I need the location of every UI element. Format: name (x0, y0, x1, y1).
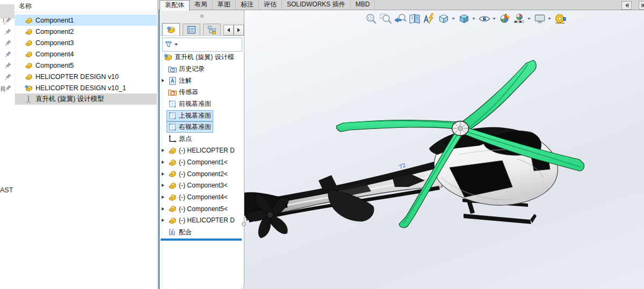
previous-view-icon[interactable] (393, 11, 407, 26)
collapse-panel-left-icon[interactable] (621, 1, 632, 10)
pushpin-icon[interactable] (5, 84, 12, 91)
featuremanager-tree-tab[interactable] (162, 23, 180, 35)
list-item[interactable]: HELICOPTER DESIGN v10_1 (15, 82, 157, 93)
component-part-icon (24, 73, 33, 81)
tree-item-mates[interactable]: 配合 (160, 226, 244, 238)
tree-item-label: 上视基准面 (179, 111, 211, 120)
hide-show-items-dropdown-icon[interactable] (491, 11, 496, 26)
main-rotor-hub[interactable] (452, 121, 469, 136)
view-settings-icon[interactable] (532, 11, 547, 26)
component-part-icon (24, 61, 33, 70)
list-item[interactable]: Component4 (15, 48, 157, 60)
apply-scene-dropdown-icon[interactable] (526, 11, 531, 26)
filter-dropdown-icon[interactable] (175, 44, 178, 46)
zoom-to-fit-icon[interactable] (364, 11, 378, 26)
list-header-name: 名称 (19, 2, 32, 11)
tab-evaluate[interactable]: 评估 (259, 0, 282, 10)
tree-item-component[interactable]: (-) Component4< (160, 191, 244, 203)
component-part-icon (168, 158, 177, 167)
mates-paperclip-icon (168, 228, 177, 237)
tree-item-origin[interactable]: 原点 (160, 133, 244, 145)
expand-arrow-icon[interactable] (160, 149, 167, 152)
tree-item-component[interactable]: (-) Component5< (160, 203, 244, 215)
tree-item-label: 原点 (179, 134, 192, 143)
list-item[interactable]: 直升机 (旋翼) 设计模型 (15, 93, 157, 105)
tree-item-label: (-) Component4< (179, 193, 228, 201)
edit-appearance-icon[interactable] (497, 11, 512, 26)
list-item-label: Component5 (35, 62, 74, 69)
tab-scroll-left-icon[interactable] (223, 25, 234, 35)
rollback-bar[interactable] (161, 239, 242, 241)
tree-item-label: 历史记录 (179, 64, 205, 74)
panel-resize-handle[interactable] (242, 222, 246, 226)
zoom-to-area-icon[interactable] (378, 11, 393, 26)
registration-marking: 72 (398, 162, 407, 170)
component-list-panel: 名称 刂 肖 AST Component1 Component2 Compone… (0, 0, 158, 289)
pushpin-icon[interactable] (5, 73, 12, 80)
expand-arrow-icon[interactable] (160, 184, 167, 187)
tree-item-component[interactable]: (-) HELICOPTER D (160, 145, 244, 157)
tree-item-label: (-) Component5< (179, 205, 228, 213)
tab-solidworks-addins[interactable]: SOLIDWORKS 插件 (282, 0, 351, 10)
list-item[interactable]: Component5 (15, 60, 157, 71)
expand-arrow-icon[interactable] (160, 207, 167, 211)
measure-icon[interactable] (553, 11, 567, 26)
configurationmanager-tab[interactable] (203, 24, 221, 35)
tab-scroll-right-icon[interactable] (234, 25, 244, 35)
hide-show-items-icon[interactable] (477, 11, 491, 26)
tree-item-component[interactable]: (-) Component1< (160, 156, 244, 168)
tree-item-top-plane[interactable]: 上视基准面 (160, 110, 244, 121)
tree-item-sensors[interactable]: 传感器 (160, 86, 244, 98)
ribbon-pin-dot-icon[interactable] (200, 15, 204, 18)
expand-arrow-icon[interactable] (160, 161, 167, 164)
expand-arrow-icon[interactable] (160, 219, 167, 222)
tree-item-component[interactable]: (-) Component2< (160, 168, 244, 180)
view-orientation-icon[interactable] (436, 11, 451, 26)
tail-rotor[interactable] (238, 192, 291, 240)
propertymanager-tab[interactable] (183, 24, 200, 35)
tree-item-annotations[interactable]: 注解 (160, 75, 244, 86)
view-orientation-dropdown-icon[interactable] (451, 11, 455, 26)
list-item[interactable]: HELICOPTER DESIGN v10 (15, 71, 157, 82)
section-view-icon[interactable] (407, 11, 422, 26)
tree-item-label: 注解 (179, 76, 192, 85)
tree-filter-input[interactable] (162, 38, 242, 52)
tab-assembly[interactable]: 装配体 (160, 0, 190, 11)
expand-arrow-icon[interactable] (160, 196, 167, 199)
tab-markup[interactable]: 标注 (236, 0, 259, 10)
feature-tree: 直升机 (旋翼) 设计模 历史记录 注解 传感器 前视基准面 上视基准面 (160, 52, 244, 238)
pushpin-icon[interactable] (5, 17, 12, 24)
pushpin-icon[interactable] (5, 50, 12, 57)
display-style-dropdown-icon[interactable] (471, 11, 476, 26)
tree-item-front-plane[interactable]: 前视基准面 (160, 98, 244, 110)
annotation-views-icon[interactable] (422, 11, 436, 26)
plane-icon (168, 99, 177, 109)
list-item[interactable]: Component3 (15, 37, 157, 48)
ribbon-left-separator (157, 0, 158, 10)
tree-item-component[interactable]: (-) Component3< (160, 180, 244, 192)
list-item-label: Component4 (35, 50, 74, 58)
expand-arrow-icon[interactable] (160, 79, 167, 82)
tree-item-component[interactable]: (-) HELICOPTER D (160, 215, 244, 227)
collapse-panel-right-icon[interactable] (639, 1, 644, 10)
tree-item-history[interactable]: 历史记录 (160, 63, 244, 75)
pushpin-icon[interactable] (5, 62, 12, 69)
tab-mbd[interactable]: MBD (351, 0, 375, 10)
tree-item-label: (-) Component3< (179, 182, 228, 189)
pushpin-icon[interactable] (5, 28, 12, 35)
apply-scene-icon[interactable] (512, 11, 526, 26)
list-item[interactable]: Component1 (15, 15, 157, 26)
expand-arrow-icon[interactable] (160, 172, 167, 176)
plane-icon (168, 122, 177, 132)
list-item[interactable]: Component2 (15, 26, 157, 37)
view-settings-dropdown-icon[interactable] (547, 11, 552, 26)
tree-item-root[interactable]: 直升机 (旋翼) 设计模 (160, 52, 244, 63)
component-part-icon (168, 146, 177, 155)
display-style-icon[interactable] (457, 11, 471, 26)
component-part-icon (24, 50, 33, 59)
tab-sketch[interactable]: 草图 (213, 0, 236, 10)
pushpin-icon[interactable] (5, 39, 12, 46)
tree-item-label: 配合 (179, 228, 192, 237)
tab-layout[interactable]: 布局 (190, 0, 213, 10)
tree-item-right-plane[interactable]: 右视基准面 (160, 121, 244, 133)
